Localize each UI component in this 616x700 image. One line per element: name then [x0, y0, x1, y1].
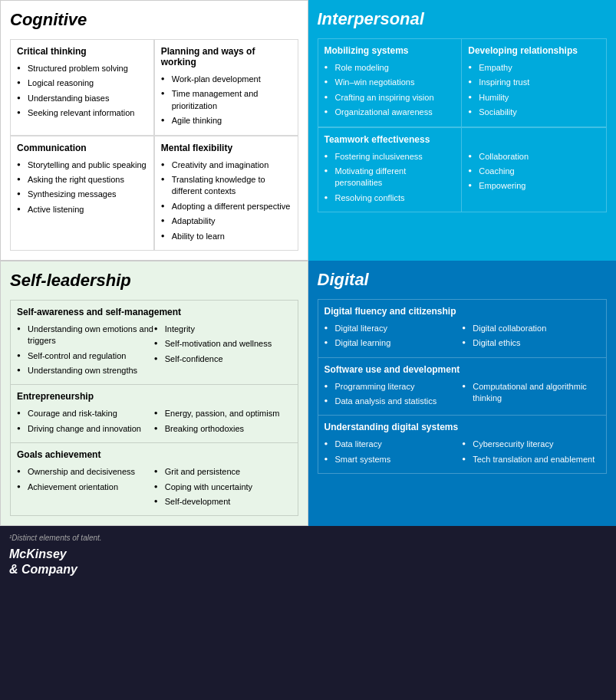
list-item: Data literacy — [324, 437, 463, 452]
list-item: Resolving conflicts — [324, 191, 456, 205]
logo-line1: McKinsey — [9, 547, 67, 560]
digital-quadrant: Digital Digital fluency and citizenship … — [308, 261, 617, 527]
critical-thinking-list: Structured problem solving Logical reaso… — [17, 61, 147, 121]
list-item: Energy, passion, and optimism — [154, 406, 292, 421]
list-item: Adopting a different perspective — [161, 199, 292, 214]
developing-relationships-title: Developing relationships — [468, 45, 600, 56]
entrepreneurship-grid: Courage and risk-taking Driving change a… — [17, 406, 292, 436]
list-item: Humility — [468, 90, 600, 105]
software-use-title: Software use and development — [324, 364, 601, 375]
footer-note: ¹Distinct elements of talent. — [9, 534, 607, 542]
list-item: Digital ethics — [462, 336, 600, 350]
digital-systems-col2: Cybersecurity literacy Tech translation … — [462, 437, 600, 467]
developing-relationships-section: Developing relationships Empathy Inspiri… — [462, 39, 606, 127]
list-item: Understanding own emotions and triggers — [17, 322, 154, 349]
list-item: Logical reasoning — [17, 76, 147, 90]
digital-fluency-section: Digital fluency and citizenship Digital … — [318, 299, 608, 358]
cognitive-sections: Critical thinking Structured problem sol… — [10, 39, 298, 251]
list-item: Empowering — [468, 179, 600, 193]
goals-achievement-grid: Ownership and decisiveness Achievement o… — [17, 465, 292, 509]
digital-systems-section: Understanding digital systems Data liter… — [318, 416, 608, 474]
mobilizing-list: Role modeling Win–win negotiations Craft… — [324, 61, 456, 120]
software-use-section: Software use and development Programming… — [318, 358, 608, 416]
list-item: Computational and algorithmic thinking — [462, 380, 600, 406]
teamwork-left-list: Fostering inclusiveness Motivating diffe… — [324, 150, 456, 206]
list-item: Breaking orthodoxies — [154, 422, 292, 436]
planning-section: Planning and ways of working Work-plan d… — [154, 39, 298, 136]
list-item: Time management and prioritization — [161, 87, 292, 113]
interpersonal-quadrant: Interpersonal Mobilizing systems Role mo… — [308, 0, 617, 261]
mobilizing-section: Mobilizing systems Role modeling Win–win… — [318, 39, 463, 127]
list-item: Agile thinking — [161, 113, 292, 128]
list-item: Seeking relevant information — [17, 106, 147, 120]
list-item: Storytelling and public speaking — [17, 158, 147, 173]
list-item: Cybersecurity literacy — [462, 437, 600, 452]
self-awareness-col2: Integrity Self-motivation and wellness S… — [154, 322, 292, 379]
list-item: Active listening — [17, 202, 147, 217]
list-item: Self-motivation and wellness — [154, 337, 292, 351]
list-item: Win–win negotiations — [324, 75, 456, 90]
critical-thinking-section: Critical thinking Structured problem sol… — [10, 39, 154, 136]
mental-flexibility-title: Mental flexibility — [161, 143, 292, 153]
list-item: Data analysis and statistics — [324, 394, 463, 409]
cognitive-title: Cognitive — [10, 10, 298, 33]
digital-title: Digital — [318, 270, 608, 293]
goals-achievement-col1: Ownership and decisiveness Achievement o… — [17, 465, 154, 509]
digital-systems-grid: Data literacy Smart systems Cybersecurit… — [324, 437, 601, 467]
self-awareness-grid: Understanding own emotions and triggers … — [17, 322, 292, 379]
list-item: Organizational awareness — [324, 105, 456, 120]
list-item: Ownership and decisiveness — [17, 465, 154, 479]
list-item: Synthesizing messages — [17, 187, 147, 202]
list-item: Achievement orientation — [17, 480, 154, 495]
list-item: Inspiring trust — [468, 75, 600, 90]
teamwork-left-section: Teamwork effectiveness Fostering inclusi… — [318, 128, 463, 212]
list-item: Coping with uncertainty — [154, 480, 292, 495]
software-use-col2: Computational and algorithmic thinking — [462, 380, 600, 409]
list-item: Digital learning — [324, 336, 463, 350]
list-item: Digital literacy — [324, 321, 463, 336]
list-item: Ability to learn — [161, 229, 292, 244]
teamwork-right-list: Collaboration Coaching Empowering — [468, 150, 600, 194]
communication-list: Storytelling and public speaking Asking … — [17, 158, 147, 218]
mental-flexibility-list: Creativity and imagination Translating k… — [161, 158, 292, 244]
entrepreneurship-title: Entrepreneurship — [17, 391, 292, 402]
footer-logo: McKinsey & Company — [9, 547, 607, 576]
teamwork-right-section: ‎ Collaboration Coaching Empowering — [462, 128, 606, 212]
list-item: Fostering inclusiveness — [324, 150, 456, 164]
digital-fluency-col2: Digital collaboration Digital ethics — [462, 321, 600, 351]
list-item: Grit and persistence — [154, 465, 292, 479]
interpersonal-title: Interpersonal — [318, 9, 608, 32]
software-use-col1: Programming literacy Data analysis and s… — [324, 380, 463, 409]
list-item: Motivating different personalities — [324, 164, 456, 191]
list-item: Understanding own strengths — [17, 363, 154, 378]
planning-title: Planning and ways of working — [161, 46, 292, 67]
mobilizing-title: Mobilizing systems — [324, 45, 456, 56]
list-item: Structured problem solving — [17, 61, 147, 76]
teamwork-title: Teamwork effectiveness — [324, 134, 456, 145]
self-leadership-title: Self-leadership — [10, 271, 298, 294]
list-item: Self-confidence — [154, 352, 292, 366]
list-item: Creativity and imagination — [161, 158, 292, 173]
list-item: Collaboration — [468, 150, 600, 164]
entrepreneurship-col1: Courage and risk-taking Driving change a… — [17, 406, 154, 436]
list-item: Smart systems — [324, 452, 463, 467]
footer: ¹Distinct elements of talent. McKinsey &… — [0, 526, 616, 587]
cognitive-quadrant: Cognitive Critical thinking Structured p… — [0, 0, 308, 261]
interpersonal-sections: Mobilizing systems Role modeling Win–win… — [318, 38, 608, 212]
self-awareness-section: Self-awareness and self-management Under… — [10, 300, 298, 386]
digital-fluency-grid: Digital literacy Digital learning Digita… — [324, 321, 601, 351]
critical-thinking-title: Critical thinking — [17, 46, 147, 57]
list-item: Translating knowledge to different conte… — [161, 173, 292, 199]
goals-achievement-title: Goals achievement — [17, 449, 292, 460]
list-item: Coaching — [468, 164, 600, 179]
list-item: Self-control and regulation — [17, 349, 154, 363]
entrepreneurship-section: Entrepreneurship Courage and risk-taking… — [10, 385, 298, 443]
list-item: Courage and risk-taking — [17, 406, 154, 421]
goals-achievement-col2: Grit and persistence Coping with uncerta… — [154, 465, 292, 509]
planning-list: Work-plan development Time management an… — [161, 72, 292, 129]
mental-flexibility-section: Mental flexibility Creativity and imagin… — [154, 136, 298, 251]
communication-title: Communication — [17, 143, 147, 153]
list-item: Programming literacy — [324, 380, 463, 394]
list-item: Integrity — [154, 322, 292, 337]
list-item: Crafting an inspiring vision — [324, 90, 456, 105]
